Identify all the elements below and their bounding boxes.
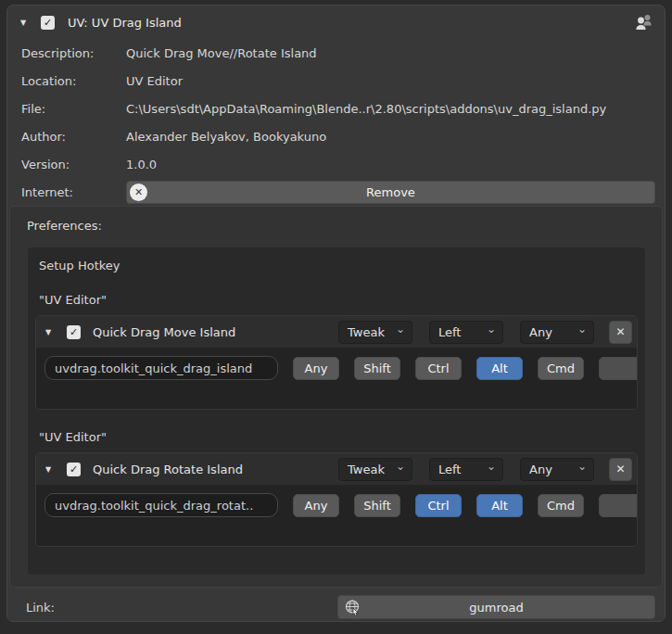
info-row-version: Version: 1.0.0 bbox=[7, 150, 665, 178]
keymap-label-uv-editor-1: "UV Editor" bbox=[35, 293, 638, 307]
remove-addon-button[interactable]: ✕ Remove bbox=[126, 181, 655, 204]
gumroad-button-label: gumroad bbox=[469, 601, 523, 615]
chevron-down-icon: ⌄ bbox=[487, 462, 496, 471]
event-type-value: Tweak bbox=[348, 325, 396, 339]
chevron-down-icon: ⌄ bbox=[577, 324, 587, 334]
description-label: Description: bbox=[21, 46, 126, 60]
modifier-empty-button[interactable] bbox=[599, 357, 638, 380]
expand-triangle-icon[interactable]: ▼ bbox=[45, 328, 58, 336]
info-row-description: Description: Quick Drag Move//Rotate Isl… bbox=[7, 39, 665, 67]
version-value: 1.0.0 bbox=[126, 158, 157, 171]
event-type-dropdown[interactable]: Tweak ⌄ bbox=[338, 321, 412, 344]
author-value: Alexander Belyakov, Bookyakuno bbox=[126, 130, 326, 144]
mouse-button-value: Left bbox=[438, 325, 487, 339]
event-value-dropdown[interactable]: Any ⌄ bbox=[520, 458, 594, 481]
hotkey-setup-box: Setup Hotkey "UV Editor" ▼ ✓ Quick Drag … bbox=[27, 247, 646, 576]
addon-enabled-checkbox[interactable]: ✓ bbox=[41, 16, 55, 30]
author-label: Author: bbox=[21, 130, 126, 144]
keymap-item-header: ▼ ✓ Quick Drag Move Island Tweak ⌄ Left … bbox=[36, 316, 637, 349]
event-value-dropdown[interactable]: Any ⌄ bbox=[520, 321, 594, 344]
community-users-icon bbox=[633, 13, 653, 32]
keymap-enabled-checkbox[interactable]: ✓ bbox=[67, 325, 81, 339]
setup-hotkey-label: Setup Hotkey bbox=[35, 259, 638, 273]
mouse-button-dropdown[interactable]: Left ⌄ bbox=[429, 321, 503, 344]
chevron-down-icon: ⌄ bbox=[396, 462, 405, 471]
event-value-value: Any bbox=[529, 325, 577, 339]
modifier-alt-button[interactable]: Alt bbox=[476, 494, 523, 517]
modifier-any-button[interactable]: Any bbox=[293, 357, 339, 380]
keymap-item-header: ▼ ✓ Quick Drag Rotate Island Tweak ⌄ Lef… bbox=[36, 453, 637, 486]
location-label: Location: bbox=[21, 74, 126, 88]
chevron-down-icon: ⌄ bbox=[577, 462, 587, 471]
modifier-ctrl-button[interactable]: Ctrl bbox=[415, 494, 462, 517]
expand-triangle-icon[interactable]: ▼ bbox=[20, 19, 33, 27]
keymap-enabled-checkbox[interactable]: ✓ bbox=[67, 463, 81, 476]
keymap-item-body: Any Shift Ctrl Alt Cmd bbox=[36, 486, 637, 546]
modifier-cmd-button[interactable]: Cmd bbox=[538, 494, 584, 517]
remove-keymap-button[interactable]: ✕ bbox=[609, 321, 632, 344]
expand-triangle-icon[interactable]: ▼ bbox=[45, 465, 58, 474]
link-label: Link: bbox=[26, 601, 131, 615]
location-value: UV Editor bbox=[126, 74, 183, 88]
url-globe-icon bbox=[344, 599, 361, 619]
keymap-item-body: Any Shift Ctrl Alt Cmd bbox=[36, 349, 637, 409]
mouse-button-value: Left bbox=[438, 463, 487, 476]
modifier-empty-button[interactable] bbox=[599, 494, 638, 517]
keymap-item-name: Quick Drag Move Island bbox=[93, 325, 322, 339]
file-path-value: C:\Users\sdt\AppData\Roaming\Blende..r\2… bbox=[126, 102, 606, 116]
info-row-internet: Internet: ✕ Remove bbox=[7, 178, 665, 207]
gumroad-link-button[interactable]: gumroad bbox=[337, 595, 655, 619]
keymap-item-name: Quick Drag Rotate Island bbox=[93, 463, 322, 476]
mouse-button-dropdown[interactable]: Left ⌄ bbox=[429, 458, 503, 481]
info-row-author: Author: Alexander Belyakov, Bookyakuno bbox=[7, 122, 665, 150]
internet-label: Internet: bbox=[21, 185, 126, 199]
chevron-down-icon: ⌄ bbox=[487, 324, 496, 334]
version-label: Version: bbox=[21, 158, 126, 171]
event-type-dropdown[interactable]: Tweak ⌄ bbox=[338, 458, 412, 481]
preferences-title: Preferences: bbox=[10, 207, 662, 233]
keymap-item-rotate-island: ▼ ✓ Quick Drag Rotate Island Tweak ⌄ Lef… bbox=[35, 452, 638, 547]
file-label: File: bbox=[21, 102, 126, 116]
cancel-circle-icon: ✕ bbox=[130, 184, 147, 201]
remove-keymap-button[interactable]: ✕ bbox=[609, 458, 632, 481]
modifier-alt-button[interactable]: Alt bbox=[476, 357, 523, 380]
info-row-location: Location: UV Editor bbox=[7, 67, 665, 95]
modifier-any-button[interactable]: Any bbox=[293, 494, 339, 517]
modifier-ctrl-button[interactable]: Ctrl bbox=[415, 357, 462, 380]
operator-idname-input[interactable] bbox=[44, 493, 278, 517]
modifier-shift-button[interactable]: Shift bbox=[354, 357, 400, 380]
keymap-item-move-island: ▼ ✓ Quick Drag Move Island Tweak ⌄ Left … bbox=[35, 315, 638, 410]
info-row-file: File: C:\Users\sdt\AppData\Roaming\Blend… bbox=[7, 95, 665, 122]
modifier-shift-button[interactable]: Shift bbox=[354, 494, 400, 517]
addon-panel: ▼ ✓ UV: UV Drag Island Description: Quic… bbox=[6, 5, 666, 622]
description-value: Quick Drag Move//Rotate Island bbox=[126, 46, 317, 60]
operator-idname-input[interactable] bbox=[44, 356, 278, 380]
addon-header: ▼ ✓ UV: UV Drag Island bbox=[7, 6, 665, 39]
addon-title: UV: UV Drag Island bbox=[68, 16, 182, 30]
event-value-value: Any bbox=[529, 463, 577, 476]
link-row: Link: gumroad bbox=[7, 593, 665, 621]
preferences-section: Preferences: Setup Hotkey "UV Editor" ▼ … bbox=[9, 206, 663, 588]
remove-button-label: Remove bbox=[366, 185, 415, 199]
keymap-label-uv-editor-2: "UV Editor" bbox=[35, 430, 638, 444]
modifier-cmd-button[interactable]: Cmd bbox=[538, 357, 584, 380]
chevron-down-icon: ⌄ bbox=[396, 324, 405, 334]
event-type-value: Tweak bbox=[348, 463, 396, 476]
